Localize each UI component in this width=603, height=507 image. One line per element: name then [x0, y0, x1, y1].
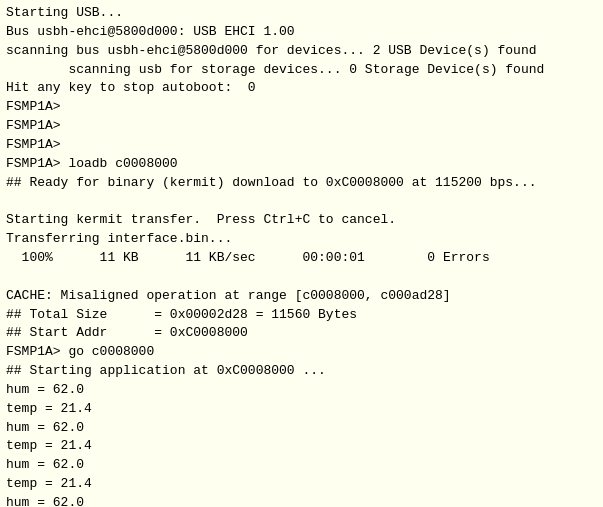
- terminal-output: Starting USB... Bus usbh-ehci@5800d000: …: [6, 4, 597, 507]
- terminal-window: Starting USB... Bus usbh-ehci@5800d000: …: [0, 0, 603, 507]
